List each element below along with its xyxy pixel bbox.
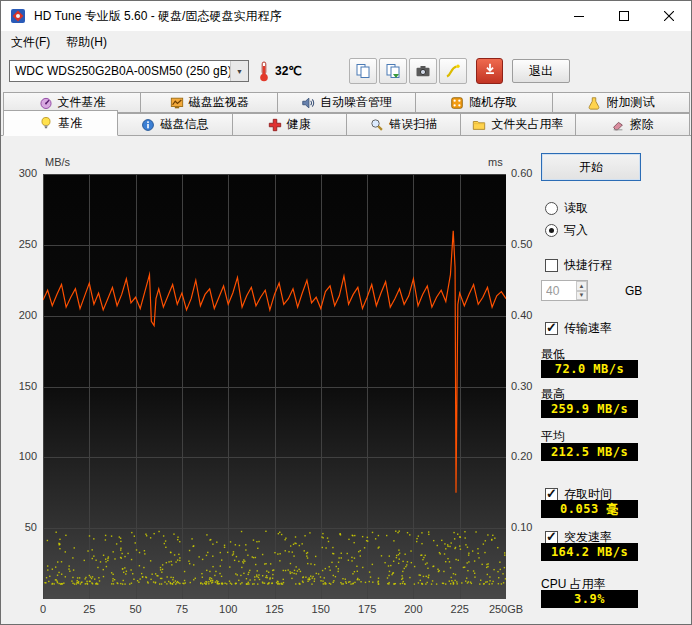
capacity-stepper: ▲ ▼ bbox=[576, 281, 587, 300]
benchmark-page: MB/sms300250200150100500.600.500.400.300… bbox=[1, 135, 691, 625]
short-stroke-row: 快捷行程 bbox=[545, 257, 612, 274]
tab-label: 附加测试 bbox=[606, 94, 654, 111]
tab-health[interactable]: 健康 bbox=[232, 113, 347, 136]
health-icon bbox=[268, 118, 282, 132]
axis-tick-label: 50 bbox=[1, 521, 37, 533]
toolbar-button-group bbox=[349, 58, 467, 84]
drive-select-value: WDC WDS250G2B0A-00SM50 (250 gB) bbox=[10, 64, 230, 78]
transfer-rate-row: 传输速率 bbox=[545, 320, 612, 337]
tab-disk-monitor[interactable]: 磁盘监视器 bbox=[140, 92, 278, 113]
axis-tick-label: 25 bbox=[83, 603, 95, 615]
maximize-button[interactable] bbox=[601, 1, 646, 31]
tab-label: 健康 bbox=[287, 116, 311, 133]
error-scan-icon bbox=[370, 118, 384, 132]
axis-tick-label: 200 bbox=[404, 603, 422, 615]
benchmark-chart bbox=[43, 174, 506, 599]
disk-monitor-icon bbox=[170, 96, 184, 110]
minimize-button[interactable] bbox=[556, 1, 601, 31]
start-button[interactable]: 开始 bbox=[541, 153, 641, 181]
exit-button-label: 退出 bbox=[529, 63, 553, 80]
axis-tick-label: 0 bbox=[40, 603, 46, 615]
window-title: HD Tune 专业版 5.60 - 硬盘/固态硬盘实用程序 bbox=[34, 8, 556, 25]
tab-random-access[interactable]: 随机存取 bbox=[415, 92, 553, 113]
window-controls bbox=[556, 1, 691, 31]
axis-tick-label: 0.30 bbox=[511, 380, 532, 392]
title-bar: HD Tune 专业版 5.60 - 硬盘/固态硬盘实用程序 bbox=[1, 1, 691, 31]
chevron-down-icon[interactable]: ▼ bbox=[230, 61, 248, 81]
tab-label: 磁盘信息 bbox=[160, 116, 208, 133]
pages-green-icon bbox=[385, 63, 401, 79]
tab-label: 错误扫描 bbox=[389, 116, 437, 133]
benchmark-icon bbox=[39, 116, 53, 130]
tab-disk-info[interactable]: 磁盘信息 bbox=[117, 113, 232, 136]
avg-value: 212.5 MB/s bbox=[541, 443, 638, 461]
axis-tick-label: ms bbox=[488, 156, 503, 168]
menu-file[interactable]: 文件(F) bbox=[3, 32, 58, 53]
tab-error-scan[interactable]: 错误扫描 bbox=[346, 113, 461, 136]
capacity-input-wrap: ▲ ▼ bbox=[541, 280, 588, 301]
read-option-row: 读取 bbox=[545, 200, 588, 217]
min-value: 72.0 MB/s bbox=[541, 360, 638, 378]
toolbar: WDC WDS250G2B0A-00SM50 (250 gB) ▼ 32℃ 退出 bbox=[1, 53, 691, 89]
start-button-label: 开始 bbox=[579, 159, 603, 176]
axis-tick-label: 0.50 bbox=[511, 238, 532, 250]
axis-tick-label: 200 bbox=[1, 309, 37, 321]
camera-icon bbox=[415, 63, 431, 79]
random-access-icon bbox=[450, 96, 464, 110]
axis-tick-label: 250GB bbox=[489, 603, 523, 615]
tab-folder-usage[interactable]: 文件夹占用率 bbox=[460, 113, 575, 136]
axis-tick-label: 0.40 bbox=[511, 309, 532, 321]
axis-tick-label: 150 bbox=[312, 603, 330, 615]
cpu-usage-value: 3.9% bbox=[541, 590, 638, 608]
exit-button[interactable]: 退出 bbox=[512, 59, 570, 83]
short-stroke-checkbox[interactable] bbox=[545, 259, 558, 272]
axis-tick-label: MB/s bbox=[45, 156, 70, 168]
transfer-rate-checkbox[interactable] bbox=[545, 322, 558, 335]
tab-label: 文件基准 bbox=[58, 94, 106, 111]
axis-tick-label: 175 bbox=[358, 603, 376, 615]
write-radio-label: 写入 bbox=[564, 222, 588, 239]
update-button[interactable] bbox=[476, 58, 503, 84]
menu-bar: 文件(F) 帮助(H) bbox=[1, 31, 691, 53]
disk-info-icon bbox=[141, 118, 155, 132]
axis-tick-label: 0.20 bbox=[511, 450, 532, 462]
tab-extra-tests[interactable]: 附加测试 bbox=[552, 92, 690, 113]
screenshot-button[interactable] bbox=[409, 58, 437, 84]
axis-tick-label: 75 bbox=[176, 603, 188, 615]
tab-label: 擦除 bbox=[630, 116, 654, 133]
axis-tick-label: 125 bbox=[265, 603, 283, 615]
transfer-rate-label: 传输速率 bbox=[564, 320, 612, 337]
drive-select[interactable]: WDC WDS250G2B0A-00SM50 (250 gB) ▼ bbox=[9, 60, 249, 82]
burst-rate-value: 164.2 MB/s bbox=[541, 543, 638, 561]
axis-tick-label: 0.60 bbox=[511, 167, 532, 179]
download-icon bbox=[483, 62, 497, 80]
read-radio-label: 读取 bbox=[564, 200, 588, 217]
spin-up-icon[interactable]: ▲ bbox=[576, 281, 587, 291]
tab-row-2: 基准磁盘信息健康错误扫描文件夹占用率擦除 bbox=[1, 113, 691, 136]
copy-clipboard-button[interactable] bbox=[349, 58, 377, 84]
erase-icon bbox=[611, 118, 625, 132]
access-time-value: 0.053 毫 bbox=[541, 500, 638, 518]
menu-help[interactable]: 帮助(H) bbox=[58, 32, 115, 53]
tab-benchmark[interactable]: 基准 bbox=[3, 110, 118, 136]
capacity-input[interactable] bbox=[542, 281, 576, 300]
close-button[interactable] bbox=[646, 1, 691, 31]
read-radio[interactable] bbox=[545, 202, 558, 215]
write-radio[interactable] bbox=[545, 224, 558, 237]
axis-tick-label: 300 bbox=[1, 167, 37, 179]
axis-tick-label: 250 bbox=[1, 238, 37, 250]
axis-tick-label: 150 bbox=[1, 380, 37, 392]
tab-label: 自动噪音管理 bbox=[320, 94, 392, 111]
tab-aam[interactable]: 自动噪音管理 bbox=[277, 92, 415, 113]
capacity-unit-label: GB bbox=[625, 284, 642, 298]
extra-tests-icon bbox=[587, 96, 601, 110]
copy-file-button[interactable] bbox=[379, 58, 407, 84]
tab-label: 文件夹占用率 bbox=[491, 116, 563, 133]
spin-down-icon[interactable]: ▼ bbox=[576, 291, 587, 301]
max-value: 259.9 MB/s bbox=[541, 400, 638, 418]
temperature-readout: 32℃ bbox=[275, 64, 302, 78]
copy-icon bbox=[355, 63, 371, 79]
file-benchmark-icon bbox=[39, 96, 53, 110]
highlight-button[interactable] bbox=[439, 58, 467, 84]
tab-erase[interactable]: 擦除 bbox=[575, 113, 690, 136]
